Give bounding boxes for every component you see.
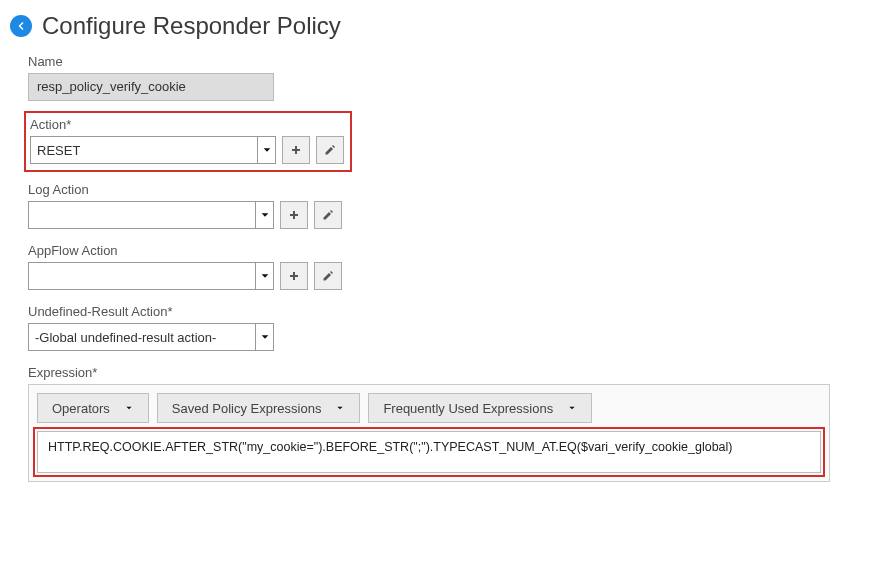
action-select-value: RESET bbox=[37, 143, 80, 158]
pencil-icon bbox=[324, 144, 336, 156]
expression-block: Operators Saved Policy Expressions Frequ… bbox=[28, 384, 830, 482]
plus-icon bbox=[288, 270, 300, 282]
pencil-icon bbox=[322, 209, 334, 221]
action-select[interactable]: RESET bbox=[30, 136, 276, 164]
undefined-result-action-label: Undefined-Result Action* bbox=[28, 304, 830, 319]
action-add-button[interactable] bbox=[282, 136, 310, 164]
operators-dropdown[interactable]: Operators bbox=[37, 393, 149, 423]
caret-down-icon bbox=[563, 394, 581, 422]
appflow-action-add-button[interactable] bbox=[280, 262, 308, 290]
action-edit-button[interactable] bbox=[316, 136, 344, 164]
appflow-action-edit-button[interactable] bbox=[314, 262, 342, 290]
saved-expressions-dropdown[interactable]: Saved Policy Expressions bbox=[157, 393, 361, 423]
log-action-label: Log Action bbox=[28, 182, 830, 197]
pencil-icon bbox=[322, 270, 334, 282]
plus-icon bbox=[288, 209, 300, 221]
expression-input[interactable]: HTTP.REQ.COOKIE.AFTER_STR("my_cookie=").… bbox=[37, 431, 821, 473]
operators-dropdown-label: Operators bbox=[52, 401, 110, 416]
undefined-result-action-value: -Global undefined-result action- bbox=[35, 330, 216, 345]
log-action-add-button[interactable] bbox=[280, 201, 308, 229]
appflow-action-label: AppFlow Action bbox=[28, 243, 830, 258]
caret-down-icon bbox=[331, 394, 349, 422]
saved-expressions-dropdown-label: Saved Policy Expressions bbox=[172, 401, 322, 416]
page-title: Configure Responder Policy bbox=[42, 12, 341, 40]
chevron-down-icon bbox=[255, 324, 273, 350]
log-action-edit-button[interactable] bbox=[314, 201, 342, 229]
name-field: resp_policy_verify_cookie bbox=[28, 73, 274, 101]
name-label: Name bbox=[28, 54, 830, 69]
frequent-expressions-dropdown-label: Frequently Used Expressions bbox=[383, 401, 553, 416]
arrow-left-icon bbox=[15, 20, 27, 32]
chevron-down-icon bbox=[255, 202, 273, 228]
action-label: Action* bbox=[30, 117, 344, 132]
back-button[interactable] bbox=[10, 15, 32, 37]
expression-label: Expression* bbox=[28, 365, 830, 380]
form: Name resp_policy_verify_cookie Action* R… bbox=[0, 48, 840, 506]
caret-down-icon bbox=[120, 394, 138, 422]
undefined-result-action-select[interactable]: -Global undefined-result action- bbox=[28, 323, 274, 351]
chevron-down-icon bbox=[255, 263, 273, 289]
appflow-action-select[interactable] bbox=[28, 262, 274, 290]
log-action-select[interactable] bbox=[28, 201, 274, 229]
chevron-down-icon bbox=[257, 137, 275, 163]
frequent-expressions-dropdown[interactable]: Frequently Used Expressions bbox=[368, 393, 592, 423]
plus-icon bbox=[290, 144, 302, 156]
